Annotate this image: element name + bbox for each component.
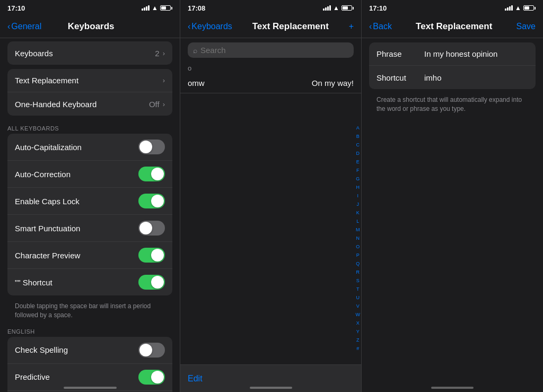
chevron-icon-tr: › [163, 76, 165, 84]
smart-punctuation-row[interactable]: Smart Punctuation [7, 215, 172, 242]
wifi-icon: ▲ [152, 4, 158, 12]
shortcut-input[interactable] [424, 73, 528, 82]
signal-icon-2 [323, 5, 331, 11]
nav-bar-1: ‹ General Keyboards [0, 15, 180, 38]
one-handed-row[interactable]: One-Handed Keyboard Off › [7, 92, 172, 116]
add-replacement-button[interactable]: + [349, 22, 354, 31]
time-1: 17:10 [7, 4, 25, 12]
chevron-icon: › [163, 49, 165, 57]
character-preview-row[interactable]: Character Preview [7, 242, 172, 269]
search-icon: ⌕ [193, 46, 197, 55]
status-bar-3: 17:10 ▲ [362, 0, 543, 15]
list-item-omw[interactable]: omw On my way! [180, 73, 361, 93]
panel-text-replacement: 17:08 ▲ ‹ Keyboards Text Replacement + [180, 0, 362, 392]
status-icons-1: ▲ [142, 4, 172, 12]
battery-icon-2 [341, 5, 354, 11]
shortcut-toggle[interactable] [138, 275, 165, 290]
caps-lock-toggle[interactable] [138, 194, 165, 208]
wifi-icon-2: ▲ [333, 4, 339, 12]
edit-button[interactable]: Edit [188, 374, 203, 384]
check-spelling-row[interactable]: Check Spelling [7, 337, 172, 364]
search-input[interactable] [200, 46, 348, 55]
space-bar-hint: Double tapping the space bar will insert… [7, 300, 172, 323]
all-keyboards-header: ALL KEYBOARDS [7, 120, 172, 134]
search-bar[interactable]: ⌕ [188, 42, 354, 58]
shortcut-row[interactable]: "" Shortcut [7, 269, 172, 295]
home-indicator-3 [431, 387, 474, 389]
time-3: 17:10 [369, 4, 387, 12]
shortcut-label: Shortcut [376, 73, 424, 82]
shortcut-row-form[interactable]: Shortcut [369, 66, 536, 89]
nav-bar-3: ‹ Back Text Replacement Save [362, 15, 543, 38]
english-header: ENGLISH [7, 323, 172, 337]
alpha-index[interactable]: A B C D E F G H I J K L M N O P Q R S T … [356, 126, 361, 352]
list-section-o: o [180, 62, 361, 73]
status-icons-2: ▲ [323, 4, 354, 12]
enable-caps-lock-row[interactable]: Enable Caps Lock [7, 188, 172, 215]
back-keyboards-button[interactable]: ‹ Keyboards [188, 22, 232, 31]
back-button-3[interactable]: ‹ Back [369, 22, 392, 31]
replacement-form: Phrase Shortcut [369, 42, 536, 89]
auto-correction-row[interactable]: Auto-Correction [7, 161, 172, 188]
keyboards-group: Keyboards 2 › [7, 41, 172, 65]
form-hint: Create a shortcut that will automaticall… [362, 93, 543, 118]
phrase-row[interactable]: Phrase [369, 42, 536, 66]
auto-correction-toggle[interactable] [138, 167, 165, 181]
home-indicator-1 [64, 387, 117, 389]
status-bar-2: 17:08 ▲ [180, 0, 361, 15]
english-group: Check Spelling Predictive Slide to Type [7, 337, 172, 392]
chevron-icon-oh: › [163, 100, 165, 108]
signal-icon [142, 5, 150, 11]
back-general-button[interactable]: ‹ General [7, 22, 41, 31]
signal-icon-3 [505, 5, 513, 11]
home-indicator-2 [250, 387, 292, 389]
predictive-toggle[interactable] [138, 370, 165, 385]
text-replacement-row[interactable]: Text Replacement › [7, 69, 172, 92]
smart-punctuation-toggle[interactable] [138, 221, 165, 236]
misc-group: Text Replacement › One-Handed Keyboard O… [7, 69, 172, 116]
save-button[interactable]: Save [516, 22, 536, 31]
battery-icon-3 [523, 5, 536, 11]
character-preview-toggle[interactable] [138, 248, 165, 263]
all-keyboards-group: Auto-Capitalization Auto-Correction Enab… [7, 134, 172, 295]
panel1-scroll[interactable]: Keyboards 2 › Text Replacement › One-Han… [0, 38, 180, 392]
battery-icon [160, 5, 172, 11]
status-icons-3: ▲ [505, 4, 536, 12]
nav-title-2: Text Replacement [232, 21, 349, 32]
status-bar-1: 17:10 ▲ [0, 0, 180, 15]
nav-title-1: Keyboards [41, 21, 141, 32]
wifi-icon-3: ▲ [515, 4, 521, 12]
nav-title-3: Text Replacement [392, 21, 516, 32]
keyboards-section: Keyboards 2 › Text Replacement › One-Han… [0, 38, 180, 392]
nav-bar-2: ‹ Keyboards Text Replacement + [180, 15, 361, 38]
keyboards-row[interactable]: Keyboards 2 › [7, 41, 172, 65]
replacement-list-scroll[interactable]: o omw On my way! A B C D E F G H I J K L… [180, 62, 361, 384]
auto-capitalization-toggle[interactable] [138, 140, 165, 154]
auto-capitalization-row[interactable]: Auto-Capitalization [7, 134, 172, 161]
phrase-label: Phrase [376, 49, 424, 58]
panel-keyboards: 17:10 ▲ ‹ General Keyboards [0, 0, 180, 392]
check-spelling-toggle[interactable] [138, 343, 165, 358]
time-2: 17:08 [188, 4, 205, 12]
panel-edit-replacement: 17:10 ▲ ‹ Back Text Replacement Save [362, 0, 543, 392]
search-container: ⌕ [180, 38, 361, 62]
phrase-input[interactable] [424, 49, 528, 58]
